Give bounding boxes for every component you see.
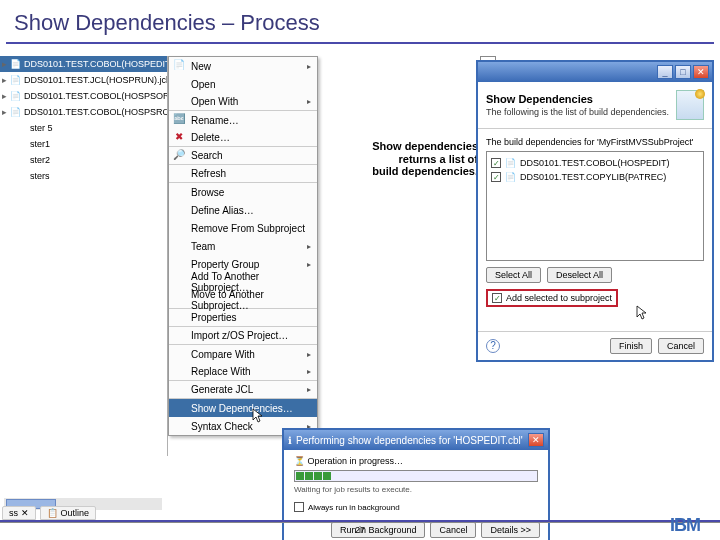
submenu-arrow-icon: ▸	[307, 385, 311, 394]
progress-segment	[305, 472, 313, 480]
view-tab[interactable]: ss ✕	[2, 506, 36, 520]
expand-icon[interactable]: ▸	[2, 59, 7, 69]
progress-bar	[294, 470, 538, 482]
add-selected-checkbox[interactable]: ✓	[492, 293, 502, 303]
always-background-label: Always run in background	[308, 503, 400, 512]
dependency-checkbox[interactable]: ✓	[491, 158, 501, 168]
menu-item[interactable]: Open	[169, 75, 317, 93]
submenu-arrow-icon: ▸	[307, 62, 311, 71]
menu-item[interactable]: Team▸	[169, 237, 317, 255]
menu-item-label: Compare With	[191, 349, 255, 360]
navigator-item[interactable]: ▸📄DDS0101.TEST.COBOL(HOSPEDIT).cbl	[0, 56, 167, 72]
menu-item-label: Remove From Subproject	[191, 223, 305, 234]
submenu-arrow-icon: ▸	[307, 97, 311, 106]
file-icon: 📄	[505, 172, 516, 182]
progress-titlebar: ℹ Performing show dependencies for 'HOSP…	[284, 430, 548, 450]
menu-item-label: New	[191, 61, 211, 72]
submenu-arrow-icon: ▸	[307, 242, 311, 251]
menu-item-icon: ✖	[172, 131, 186, 145]
menu-item[interactable]: Compare With▸	[169, 345, 317, 363]
always-background-option[interactable]: Always run in background	[294, 502, 538, 512]
dialog-footer: ? Finish Cancel	[478, 331, 712, 360]
menu-item[interactable]: ✖Delete…	[169, 129, 317, 147]
finish-button[interactable]: Finish	[610, 338, 652, 354]
menu-item[interactable]: Browse	[169, 183, 317, 201]
menu-item[interactable]: Replace With▸	[169, 363, 317, 381]
close-button[interactable]: ✕	[693, 65, 709, 79]
file-icon	[15, 154, 27, 166]
menu-item-label: Delete…	[191, 132, 230, 143]
menu-item[interactable]: 🔤Rename…	[169, 111, 317, 129]
navigator-item-label: sters	[30, 171, 50, 181]
file-icon	[15, 170, 27, 182]
progress-wait-label: Waiting for job results to execute.	[294, 485, 538, 494]
menu-item-label: Browse	[191, 187, 224, 198]
submenu-arrow-icon: ▸	[307, 350, 311, 359]
title-underline	[6, 42, 714, 44]
menu-item[interactable]: Show Dependencies…	[169, 399, 317, 417]
dependency-item[interactable]: ✓📄DDS0101.TEST.COPYLIB(PATREC)	[491, 170, 699, 184]
context-menu: 📄New▸OpenOpen With▸🔤Rename…✖Delete…🔎Sear…	[168, 56, 318, 436]
navigator-item[interactable]: ▸📄DDS0101.TEST.COBOL(HOSPSRCH).cbl	[0, 104, 167, 120]
menu-item[interactable]: Refresh	[169, 165, 317, 183]
navigator-item-label: DDS0101.TEST.COBOL(HOSPSORT).cbl	[24, 91, 167, 101]
add-to-subproject-option[interactable]: ✓ Add selected to subproject	[486, 289, 618, 307]
tab-label: Outline	[61, 508, 90, 518]
cancel-button[interactable]: Cancel	[658, 338, 704, 354]
menu-item[interactable]: Generate JCL▸	[169, 381, 317, 399]
dialog-title: Show Dependencies	[486, 93, 669, 105]
dialog-subtitle: The following is the list of build depen…	[486, 107, 669, 117]
progress-segment	[323, 472, 331, 480]
navigator-item[interactable]: sters	[0, 168, 167, 184]
expand-icon[interactable]: ▸	[2, 107, 7, 117]
show-dependencies-dialog: _ □ ✕ Show Dependencies The following is…	[476, 60, 714, 362]
menu-item-label: Open With	[191, 96, 238, 107]
project-navigator: ▸📄DDS0101.TEST.COBOL(HOSPEDIT).cbl▸📄DDS0…	[0, 56, 168, 456]
navigator-item[interactable]: ▸📄DDS0101.TEST.JCL(HOSPRUN).jcl	[0, 72, 167, 88]
minimize-button[interactable]: _	[657, 65, 673, 79]
select-all-button[interactable]: Select All	[486, 267, 541, 283]
dependency-label: DDS0101.TEST.COPYLIB(PATREC)	[520, 172, 666, 182]
file-icon: 📄	[10, 90, 21, 102]
navigator-item[interactable]: ster1	[0, 136, 167, 152]
help-button[interactable]: ?	[486, 339, 500, 353]
dependency-checkbox[interactable]: ✓	[491, 172, 501, 182]
progress-segment	[296, 472, 304, 480]
file-icon: 📄	[505, 158, 516, 168]
menu-item[interactable]: Import z/OS Project…	[169, 327, 317, 345]
navigator-item-label: DDS0101.TEST.COBOL(HOSPSRCH).cbl	[24, 107, 167, 117]
file-icon: 📄	[10, 74, 21, 86]
progress-segment	[314, 472, 322, 480]
menu-item-label: Search	[191, 150, 223, 161]
navigator-item-label: ster1	[30, 139, 50, 149]
menu-item-label: Show Dependencies…	[191, 403, 293, 414]
menu-item[interactable]: Define Alias…	[169, 201, 317, 219]
menu-item[interactable]: Open With▸	[169, 93, 317, 111]
always-background-checkbox[interactable]	[294, 502, 304, 512]
menu-item[interactable]: Remove From Subproject	[169, 219, 317, 237]
progress-title: Performing show dependencies for 'HOSPED…	[296, 435, 524, 446]
menu-item-label: Generate JCL	[191, 384, 253, 395]
progress-close-button[interactable]: ✕	[528, 433, 544, 447]
dependency-item[interactable]: ✓📄DDS0101.TEST.COBOL(HOSPEDIT)	[491, 156, 699, 170]
menu-item[interactable]: 📄New▸	[169, 57, 317, 75]
deselect-all-button[interactable]: Deselect All	[547, 267, 612, 283]
menu-item[interactable]: Move to Another Subproject…	[169, 291, 317, 309]
navigator-item[interactable]: ▸📄DDS0101.TEST.COBOL(HOSPSORT).cbl	[0, 88, 167, 104]
dialog-header: Show Dependencies The following is the l…	[478, 82, 712, 129]
ibm-logo: IBM	[670, 515, 700, 536]
navigator-item[interactable]: ster2	[0, 152, 167, 168]
progress-icon: ⏳ Operation in progress…	[294, 456, 538, 466]
dependencies-list[interactable]: ✓📄DDS0101.TEST.COBOL(HOSPEDIT)✓📄DDS0101.…	[486, 151, 704, 261]
menu-item[interactable]: 🔎Search	[169, 147, 317, 165]
menu-item-label: Properties	[191, 312, 237, 323]
expand-icon[interactable]: ▸	[2, 91, 7, 101]
file-icon	[15, 138, 27, 150]
navigator-item[interactable]: ster 5	[0, 120, 167, 136]
file-icon	[15, 122, 27, 134]
view-tab[interactable]: 📋Outline	[40, 506, 97, 520]
menu-item-label: Define Alias…	[191, 205, 254, 216]
maximize-button[interactable]: □	[675, 65, 691, 79]
menu-item[interactable]: Properties	[169, 309, 317, 327]
expand-icon[interactable]: ▸	[2, 75, 7, 85]
